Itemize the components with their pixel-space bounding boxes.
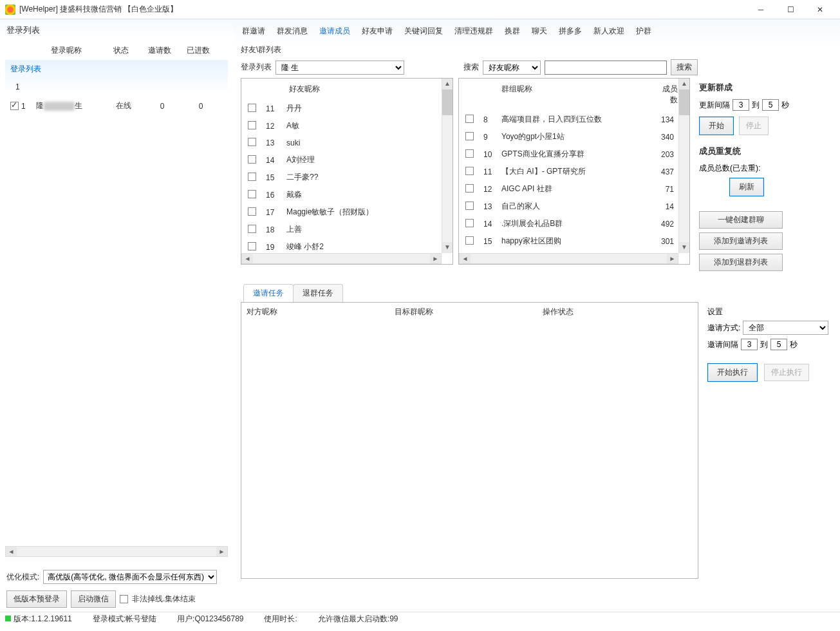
friend-row[interactable]: 14A刘经理 xyxy=(241,151,453,169)
subtab-quit[interactable]: 退群任务 xyxy=(293,284,343,302)
tab-2[interactable]: 邀请成员 xyxy=(318,24,351,38)
update-start-button[interactable]: 开始 xyxy=(699,117,734,135)
friend-checkbox[interactable] xyxy=(248,173,256,181)
friends-hscroll[interactable]: ◄► xyxy=(241,253,442,264)
mode-select[interactable]: 高优版(高等优化, 微信界面不会显示任何东西) xyxy=(43,570,217,584)
tab-9[interactable]: 新人欢迎 xyxy=(592,24,626,38)
friend-checkbox[interactable] xyxy=(248,155,256,164)
friend-checkbox[interactable] xyxy=(248,190,256,198)
row-checkbox[interactable] xyxy=(10,102,19,110)
group-checkbox[interactable] xyxy=(465,219,474,227)
friend-checkbox[interactable] xyxy=(248,207,256,216)
friend-checkbox[interactable] xyxy=(248,242,256,250)
illegal-checkbox[interactable] xyxy=(120,595,128,603)
friend-row[interactable]: 16戴淼 xyxy=(241,186,453,203)
friend-row[interactable]: 11丹丹 xyxy=(241,100,453,117)
group-row[interactable]: 11【大白 AI】- GPT研究所437 xyxy=(459,163,689,180)
close-button[interactable]: ✕ xyxy=(805,0,835,19)
search-button[interactable]: 搜索 xyxy=(671,59,698,75)
tree-child[interactable]: 1 xyxy=(5,79,228,95)
group-checkbox[interactable] xyxy=(465,167,474,175)
friends-vscroll[interactable]: ▲▼ xyxy=(442,79,453,253)
status-login-mode: 登录模式:帐号登陆 xyxy=(93,614,156,625)
update-min-input[interactable] xyxy=(733,99,749,111)
mode-label: 优化模式: xyxy=(6,572,39,583)
task-col-group[interactable]: 目标群昵称 xyxy=(395,306,543,317)
col-invites[interactable]: 邀请数 xyxy=(140,41,179,60)
friend-row[interactable]: 17Maggie敏敏子（招财版） xyxy=(241,203,453,221)
group-row[interactable]: 14.深圳展会礼品B群492 xyxy=(459,215,689,232)
invite-interval-label: 邀请间隔 xyxy=(707,339,738,350)
friend-row[interactable]: 12A敏 xyxy=(241,117,453,135)
login-row[interactable]: 1 隆生 在线 0 0 xyxy=(5,95,228,117)
maximize-button[interactable]: ☐ xyxy=(776,0,805,19)
search-label: 搜索 xyxy=(463,62,479,73)
group-row[interactable]: 12AIGC API 社群71 xyxy=(459,180,689,198)
invite-max-input[interactable] xyxy=(770,339,787,350)
tab-5[interactable]: 清理违规群 xyxy=(453,24,494,38)
add-invite-list-button[interactable]: 添加到邀请列表 xyxy=(699,232,783,250)
subtab-invite[interactable]: 邀请任务 xyxy=(243,284,294,302)
tab-4[interactable]: 关键词回复 xyxy=(403,24,444,38)
login-list-combo[interactable]: 隆 生 xyxy=(275,61,404,75)
start-wechat-button[interactable]: 启动微信 xyxy=(71,590,116,608)
search-input[interactable] xyxy=(545,61,667,75)
tab-0[interactable]: 群邀请 xyxy=(241,24,266,38)
group-row[interactable]: 9Yoyo的gpt小屋1站340 xyxy=(459,128,689,146)
friend-checkbox[interactable] xyxy=(248,225,256,233)
tree-root[interactable]: 登录列表 xyxy=(5,60,228,79)
group-checkbox[interactable] xyxy=(465,149,474,158)
group-row[interactable]: 8高端项目群，日入四到五位数134 xyxy=(459,111,689,128)
create-group-button[interactable]: 一键创建群聊 xyxy=(699,211,783,229)
update-interval-label: 更新间隔 xyxy=(699,100,730,111)
groups-hscroll[interactable]: ◄► xyxy=(459,253,678,264)
groups-header-name[interactable]: 群组昵称 xyxy=(498,81,653,108)
invite-mode-select[interactable]: 全部 xyxy=(743,321,828,335)
exec-stop-button: 停止执行 xyxy=(764,364,809,381)
search-type-combo[interactable]: 好友昵称 xyxy=(483,61,541,75)
group-checkbox[interactable] xyxy=(465,236,474,245)
task-list: 对方昵称 目标群昵称 操作状态 xyxy=(241,302,698,579)
tab-8[interactable]: 拼多多 xyxy=(557,24,583,38)
tab-6[interactable]: 换群 xyxy=(503,24,521,38)
minimize-button[interactable]: ─ xyxy=(746,0,776,19)
task-col-nick[interactable]: 对方昵称 xyxy=(247,306,395,317)
exec-start-button[interactable]: 开始执行 xyxy=(707,363,758,382)
illegal-label: 非法掉线.集体结束 xyxy=(132,594,196,605)
group-checkbox[interactable] xyxy=(465,132,474,140)
friend-row[interactable]: 15二手豪?? xyxy=(241,169,453,186)
status-duration: 使用时长: xyxy=(264,614,297,625)
group-row[interactable]: 15happy家社区团购301 xyxy=(459,232,689,250)
invite-min-input[interactable] xyxy=(741,339,758,350)
friend-checkbox[interactable] xyxy=(248,104,256,112)
prelogin-button[interactable]: 低版本预登录 xyxy=(6,590,67,608)
dedup-refresh-button[interactable]: 刷新 xyxy=(729,178,764,196)
friend-row[interactable]: 18上善 xyxy=(241,221,453,238)
friend-row[interactable]: 13suki xyxy=(241,135,453,151)
window-title: [WeHelper] 捷盛科技微信营销 【白色企业版】 xyxy=(19,4,746,15)
status-max: 允许微信最大启动数:99 xyxy=(318,614,398,625)
tab-10[interactable]: 护群 xyxy=(635,24,653,38)
col-status[interactable]: 状态 xyxy=(102,41,140,60)
group-row[interactable]: 13自己的家人14 xyxy=(459,198,689,215)
group-checkbox[interactable] xyxy=(465,202,474,210)
add-quit-list-button[interactable]: 添加到退群列表 xyxy=(699,254,783,271)
friend-checkbox[interactable] xyxy=(248,138,256,146)
status-version: 版本:1.1.2.19611 xyxy=(14,614,72,623)
status-led-icon xyxy=(5,616,11,621)
task-col-status[interactable]: 操作状态 xyxy=(543,306,693,317)
group-checkbox[interactable] xyxy=(465,115,474,123)
group-row[interactable]: 10GPTS商业化直播分享群203 xyxy=(459,146,689,163)
groups-vscroll[interactable]: ▲▼ xyxy=(678,79,689,253)
section-title: 好友\群列表 xyxy=(238,43,835,57)
tab-7[interactable]: 聊天 xyxy=(530,24,548,38)
tab-3[interactable]: 好友申请 xyxy=(360,24,394,38)
friend-checkbox[interactable] xyxy=(248,121,256,129)
friends-header[interactable]: 好友昵称 xyxy=(285,81,453,97)
left-hscroll[interactable]: ◄► xyxy=(5,546,228,557)
col-nick[interactable]: 登录昵称 xyxy=(31,41,102,60)
col-joined[interactable]: 已进数 xyxy=(179,41,218,60)
group-checkbox[interactable] xyxy=(465,184,474,193)
tab-1[interactable]: 群发消息 xyxy=(275,24,309,38)
update-max-input[interactable] xyxy=(762,99,779,111)
